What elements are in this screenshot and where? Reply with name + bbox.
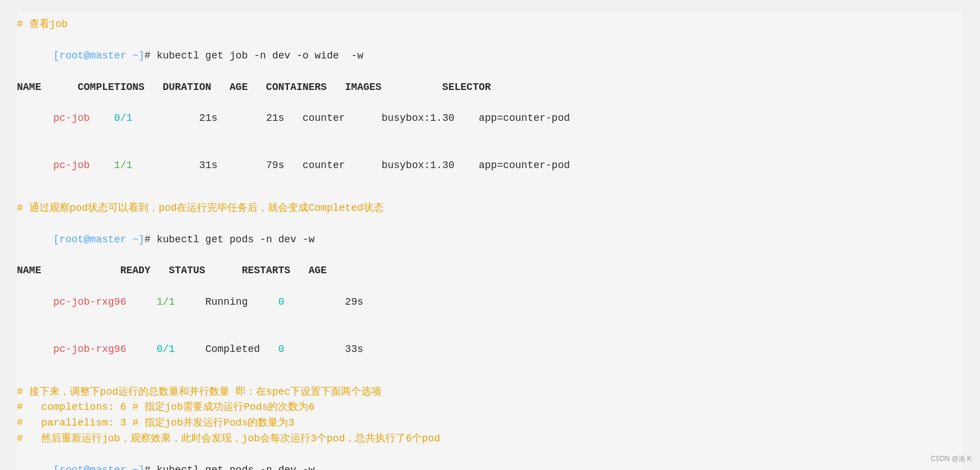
section-get-job: # 查看job [root@master ~]# kubectl get job… [17, 17, 963, 189]
section-get-pods: # 通过观察pod状态可以看到，pod在运行完毕任务后，就会变成Complete… [17, 201, 963, 373]
table-header-pods: NAME READY STATUS RESTARTS AGE [17, 263, 963, 279]
job-completions-1: 0/1 [114, 112, 199, 124]
command-1: # kubectl get job -n dev -o wide -w [145, 50, 363, 61]
comment-line-3: # 接下来，调整下pod运行的总数量和并行数量 即：在spec下设置下面两个选项 [17, 385, 963, 400]
table-header-job: NAME COMPLETIONS DURATION AGE CONTAINERS… [17, 80, 963, 96]
comment-line-4: # completions: 6 # 指定job需要成功运行Pods的次数为6 [17, 400, 963, 415]
prompt-line-3: [root@master ~]# kubectl get pods -n dev… [17, 447, 963, 470]
comment-line-5: # parallelism: 3 # 指定job并发运行Pods的数量为3 [17, 415, 963, 431]
pod-row-2: pc-job-rxg96 0/1 Completed 0 33s [17, 326, 963, 373]
pod-restarts-2: 0 [278, 344, 345, 355]
watermark: CSDN @洛 K [930, 454, 972, 464]
pod-status-2: Completed [205, 344, 278, 355]
pod-age-2: 33s [345, 344, 363, 355]
job-completions-2: 1/1 [114, 160, 199, 171]
job-image-1: busybox:1.30 [381, 112, 479, 124]
pod-status-1: Running [205, 296, 278, 308]
pod-name-1: pc-job-rxg96 [53, 296, 157, 308]
prompt-2: [root@master ~] [53, 234, 145, 245]
job-image-2: busybox:1.30 [381, 160, 479, 171]
command-2: # kubectl get pods -n dev -w [145, 234, 314, 245]
comment-line-2: # 通过观察pod状态可以看到，pod在运行完毕任务后，就会变成Complete… [17, 201, 963, 216]
pod-ready-1: 1/1 [156, 296, 205, 308]
terminal-output: # 查看job [root@master ~]# kubectl get job… [17, 11, 963, 470]
job-containers-2: counter [303, 160, 381, 171]
job-row-1: pc-job 0/1 21s 21s counter busybox:1.30 … [17, 95, 963, 142]
job-name-1: pc-job [53, 112, 114, 124]
command-3: # kubectl get pods -n dev -w [145, 464, 314, 470]
prompt-line-1: [root@master ~]# kubectl get job -n dev … [17, 33, 963, 80]
pod-restarts-1: 0 [278, 296, 345, 308]
prompt-line-2: [root@master ~]# kubectl get pods -n dev… [17, 216, 963, 264]
job-duration-2: 31s 79s [199, 160, 303, 171]
job-name-2: pc-job [53, 160, 114, 171]
job-selector-2: app=counter-pod [479, 160, 570, 171]
prompt-3: [root@master ~] [53, 464, 145, 470]
pod-age-1: 29s [345, 296, 363, 308]
pod-name-2: pc-job-rxg96 [53, 344, 157, 355]
job-containers-1: counter [303, 112, 381, 124]
section-next-steps: # 接下来，调整下pod运行的总数量和并行数量 即：在spec下设置下面两个选项… [17, 385, 963, 470]
comment-line-1: # 查看job [17, 17, 963, 33]
job-duration-1: 21s 21s [199, 112, 303, 124]
job-selector-1: app=counter-pod [479, 112, 570, 124]
pod-row-1: pc-job-rxg96 1/1 Running 0 29s [17, 279, 963, 326]
prompt-1: [root@master ~] [53, 50, 145, 61]
pod-ready-2: 0/1 [156, 344, 205, 355]
comment-line-6: # 然后重新运行job，观察效果，此时会发现，job会每次运行3个pod，总共执… [17, 431, 963, 447]
job-row-2: pc-job 1/1 31s 79s counter busybox:1.30 … [17, 142, 963, 189]
